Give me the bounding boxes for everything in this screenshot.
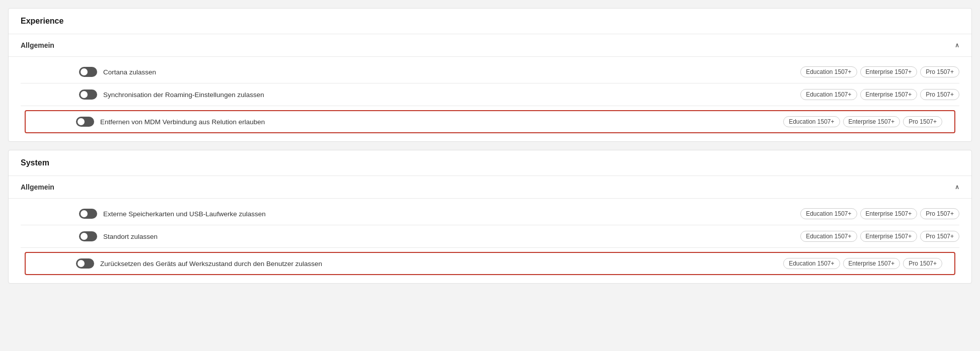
mdm-badge-education: Education 1507+ <box>783 116 840 127</box>
cortana-badges: Education 1507+ Enterprise 1507+ Pro 150… <box>800 66 959 77</box>
system-title: System <box>9 150 971 176</box>
experience-section: Experience Allgemein ∧ Cortana zulassen … <box>8 8 972 142</box>
mdm-label: Entfernen von MDM Verbindung aus Relutio… <box>100 118 265 126</box>
system-allgemein-label: Allgemein <box>21 183 54 191</box>
location-label: Standort zulassen <box>103 233 158 240</box>
factory-reset-badge-education: Education 1507+ <box>783 258 840 269</box>
experience-allgemein-label: Allgemein <box>21 41 54 49</box>
location-slider <box>79 231 97 241</box>
cortana-slider <box>79 67 97 77</box>
external-storage-badge-enterprise: Enterprise 1507+ <box>860 208 918 219</box>
cortana-label: Cortana zulassen <box>103 68 156 76</box>
cortana-badge-pro: Pro 1507+ <box>920 66 959 77</box>
mdm-slider <box>76 117 94 127</box>
external-storage-row: Externe Speicherkarten und USB-Laufwerke… <box>9 203 971 225</box>
cortana-badge-education: Education 1507+ <box>800 66 857 77</box>
external-storage-badge-pro: Pro 1507+ <box>920 208 959 219</box>
location-row: Standort zulassen Education 1507+ Enterp… <box>9 225 971 247</box>
factory-reset-left: Zurücksetzen des Geräts auf Werkszustand… <box>76 258 322 269</box>
cortana-badge-enterprise: Enterprise 1507+ <box>860 66 918 77</box>
roaming-slider <box>79 90 97 100</box>
cortana-row: Cortana zulassen Education 1507+ Enterpr… <box>9 61 971 83</box>
experience-allgemein-header[interactable]: Allgemein ∧ <box>9 34 971 57</box>
external-storage-badges: Education 1507+ Enterprise 1507+ Pro 150… <box>800 208 959 219</box>
factory-reset-toggle[interactable] <box>76 258 94 269</box>
experience-allgemein-subsection: Allgemein ∧ Cortana zulassen Education 1… <box>9 34 971 141</box>
experience-title: Experience <box>9 9 971 34</box>
roaming-left: Synchronisation der Roaming-Einstellunge… <box>79 90 264 100</box>
system-section: System Allgemein ∧ Externe Speicherkarte… <box>8 150 972 284</box>
roaming-badge-education: Education 1507+ <box>800 89 857 100</box>
roaming-badges: Education 1507+ Enterprise 1507+ Pro 150… <box>800 89 959 100</box>
roaming-row: Synchronisation der Roaming-Einstellunge… <box>9 83 971 106</box>
mdm-toggle[interactable] <box>76 117 94 127</box>
system-settings-list: Externe Speicherkarten und USB-Laufwerke… <box>9 199 971 283</box>
system-chevron-icon: ∧ <box>955 184 959 191</box>
location-badges: Education 1507+ Enterprise 1507+ Pro 150… <box>800 231 959 242</box>
cortana-toggle[interactable] <box>79 67 97 77</box>
external-storage-slider <box>79 209 97 219</box>
factory-reset-badge-pro: Pro 1507+ <box>903 258 942 269</box>
roaming-toggle[interactable] <box>79 90 97 100</box>
roaming-label: Synchronisation der Roaming-Einstellunge… <box>103 91 264 99</box>
location-badge-enterprise: Enterprise 1507+ <box>860 231 918 242</box>
factory-reset-slider <box>76 258 94 269</box>
location-toggle[interactable] <box>79 231 97 241</box>
cortana-left: Cortana zulassen <box>79 67 156 77</box>
mdm-row: Entfernen von MDM Verbindung aus Relutio… <box>25 110 955 133</box>
location-left: Standort zulassen <box>79 231 158 241</box>
external-storage-left: Externe Speicherkarten und USB-Laufwerke… <box>79 209 266 219</box>
mdm-badge-pro: Pro 1507+ <box>903 116 942 127</box>
mdm-left: Entfernen von MDM Verbindung aus Relutio… <box>76 117 265 127</box>
external-storage-toggle[interactable] <box>79 209 97 219</box>
external-storage-badge-education: Education 1507+ <box>800 208 857 219</box>
roaming-badge-pro: Pro 1507+ <box>920 89 959 100</box>
system-allgemein-header[interactable]: Allgemein ∧ <box>9 176 971 199</box>
system-allgemein-subsection: Allgemein ∧ Externe Speicherkarten und U… <box>9 176 971 283</box>
external-storage-label: Externe Speicherkarten und USB-Laufwerke… <box>103 210 266 218</box>
factory-reset-badge-enterprise: Enterprise 1507+ <box>843 258 900 269</box>
location-badge-education: Education 1507+ <box>800 231 857 242</box>
mdm-badges: Education 1507+ Enterprise 1507+ Pro 150… <box>783 116 942 127</box>
roaming-badge-enterprise: Enterprise 1507+ <box>860 89 918 100</box>
experience-chevron-icon: ∧ <box>955 42 959 49</box>
factory-reset-badges: Education 1507+ Enterprise 1507+ Pro 150… <box>783 258 942 269</box>
location-badge-pro: Pro 1507+ <box>920 231 959 242</box>
factory-reset-row: Zurücksetzen des Geräts auf Werkszustand… <box>25 252 955 275</box>
mdm-badge-enterprise: Enterprise 1507+ <box>843 116 900 127</box>
experience-settings-list: Cortana zulassen Education 1507+ Enterpr… <box>9 57 971 141</box>
factory-reset-label: Zurücksetzen des Geräts auf Werkszustand… <box>100 260 322 268</box>
